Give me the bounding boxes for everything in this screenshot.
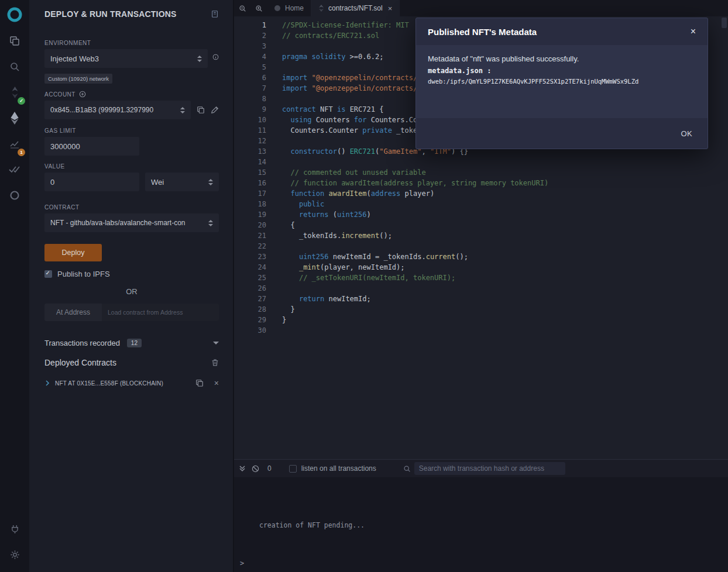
sidebar-item-settings[interactable] [0,543,29,568]
line-number: 5 [234,62,266,73]
add-account-icon[interactable] [79,91,86,98]
sign-message-button[interactable] [211,106,219,114]
code-line[interactable]: uint256 newItemId = _tokenIds.current(); [282,251,548,262]
select-carets-icon [208,220,213,226]
terminal-prompt: > [240,559,244,567]
sidebar-item-solidity-compiler[interactable]: ✓ [0,81,29,106]
line-number: 29 [234,315,266,325]
file-explorer-icon [9,36,20,49]
modal-close-button[interactable]: × [691,27,696,36]
line-number: 18 [234,199,266,209]
code-line[interactable]: // commented out unused variable [282,167,548,178]
published-metadata-modal: Published NFT's Metadata × Metadata of "… [415,18,708,149]
environment-select[interactable]: Injected Web3 [44,49,208,68]
chevron-down-icon[interactable] [213,342,219,344]
scrollbar-thumb[interactable] [722,18,727,28]
deploy-run-panel: DEPLOY & RUN TRANSACTIONS ENVIRONMENT In… [29,0,234,572]
unit-testing-icon [9,166,20,176]
deploy-button[interactable]: Deploy [44,244,102,261]
code-line[interactable]: return newItemId; [282,294,548,304]
listen-all-transactions-checkbox[interactable] [289,465,297,473]
deploy-run-icon [9,112,20,127]
search-icon [9,61,20,74]
line-number: 19 [234,209,266,220]
contract-select[interactable]: NFT - github/ava-labs/avalanche-smart-co… [44,213,219,232]
code-line[interactable]: // function awardItem(address player, st… [282,178,548,188]
documentation-icon[interactable] [211,10,219,18]
code-line[interactable]: returns (uint256) [282,209,548,220]
account-select[interactable]: 0x845...B1aB3 (999991.3297990 [44,101,191,119]
code-line[interactable]: _mint(player, newItemId); [282,262,548,273]
terminal-toolbar: 0 listen on all transactions [234,460,728,477]
code-line[interactable] [282,241,548,251]
line-number: 8 [234,94,266,104]
ok-button[interactable]: OK [681,129,692,138]
code-line[interactable] [282,157,548,167]
gas-limit-input[interactable] [44,137,139,156]
publish-to-ipfs-checkbox[interactable] [44,270,52,278]
copy-account-button[interactable] [197,106,205,114]
line-number: 14 [234,157,266,167]
transactions-recorded-row[interactable]: Transactions recorded 12 [44,339,219,347]
value-input[interactable] [44,173,139,191]
code-line[interactable] [282,325,548,336]
zoom-in-button[interactable] [250,0,267,16]
chevron-right-icon[interactable] [44,380,50,386]
terminal-search-icon [403,465,411,473]
zoom-out-icon [239,5,246,12]
account-value: 0x845...B1aB3 (999991.3297990 [50,106,176,114]
editor-scrollbar[interactable] [722,18,727,457]
terminal-search-input[interactable] [414,462,565,475]
line-number: 22 [234,241,266,251]
sidebar-item-deploy-run[interactable] [0,106,29,132]
at-address-button[interactable]: At Address [44,304,102,321]
modal-body: Metadata of "nft" was published successf… [416,45,708,118]
line-number: 12 [234,136,266,146]
trash-icon [211,359,219,367]
terminal-expand-button[interactable] [239,465,246,472]
clear-deployed-button[interactable] [211,359,219,367]
value-unit: Wei [151,178,204,187]
environment-value: Injected Web3 [50,54,193,63]
remove-contract-button[interactable]: × [214,379,219,387]
home-tab-icon [274,5,281,12]
line-number: 23 [234,251,266,262]
value-unit-select[interactable]: Wei [145,173,219,191]
line-number: 27 [234,294,266,304]
sidebar-item-plugin[interactable] [0,184,29,209]
remix-logo[interactable] [7,7,22,25]
deployed-contract-item[interactable]: NFT AT 0X15E...E558F (BLOCKCHAIN) × [44,379,219,387]
at-address-input[interactable] [102,304,219,321]
select-carets-icon [197,56,202,62]
modal-title: Published NFT's Metadata [428,27,537,37]
sidebar-item-search[interactable] [0,55,29,81]
sidebar-item-file-explorer[interactable] [0,29,29,55]
gas-limit-label: GAS LIMIT [44,128,219,134]
sidebar-item-plugin-manager[interactable] [0,517,29,543]
select-carets-icon [208,179,213,185]
code-line[interactable]: _tokenIds.increment(); [282,230,548,241]
code-line[interactable]: public [282,199,548,209]
tab-home[interactable]: Home [267,0,311,16]
modal-footer: OK [416,118,708,149]
environment-info-icon[interactable] [212,54,219,60]
line-number: 28 [234,304,266,315]
close-tab-button[interactable]: × [388,5,393,12]
sidebar-item-analysis[interactable]: 1 [0,132,29,158]
listen-all-transactions-label: listen on all transactions [301,464,376,473]
sidebar-item-unit-testing[interactable] [0,158,29,184]
code-line[interactable]: { [282,220,548,230]
tab-nft-sol[interactable]: contracts/NFT.sol × [311,0,400,16]
copy-contract-address-button[interactable] [195,379,204,387]
code-line[interactable] [282,283,548,294]
line-number: 6 [234,73,266,83]
solidity-file-icon [318,5,324,12]
code-line[interactable]: function awardItem(address player) [282,188,548,199]
code-line[interactable]: // _setTokenURI(newItemId, tokenURI); [282,273,548,283]
terminal: 0 listen on all transactions creation of… [234,459,728,572]
code-line[interactable]: } [282,304,548,315]
terminal-clear-button[interactable] [252,465,259,473]
tab-bar: Home contracts/NFT.sol × [234,0,728,16]
zoom-out-button[interactable] [234,0,250,16]
code-line[interactable]: } [282,315,548,325]
